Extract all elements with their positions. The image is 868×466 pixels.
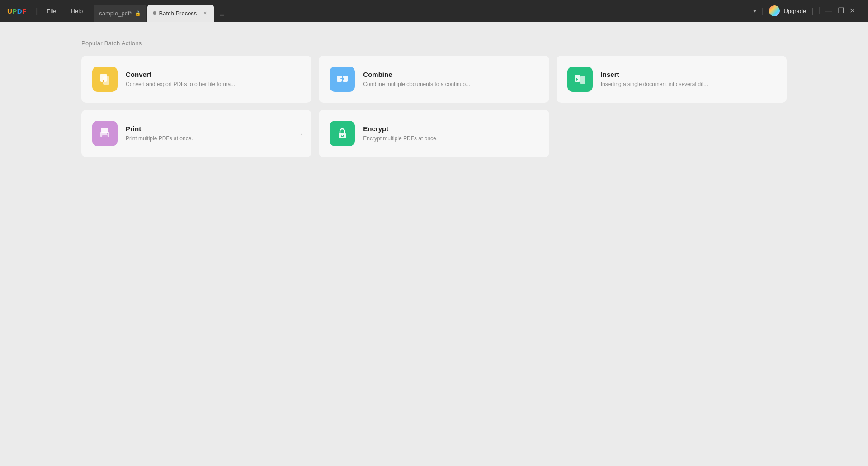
encrypt-title: Encrypt <box>363 125 438 133</box>
convert-title: Convert <box>126 71 235 78</box>
action-card-convert[interactable]: Convert Convert and export PDFs to other… <box>81 56 311 103</box>
print-text: Print Print multiple PDFs at once. <box>126 125 193 143</box>
user-avatar <box>769 5 780 16</box>
insert-desc: Inserting a single document into several… <box>601 81 708 88</box>
convert-desc: Convert and export PDFs to other file fo… <box>126 81 235 88</box>
encrypt-desc: Encrypt multiple PDFs at once. <box>363 135 438 143</box>
close-button[interactable]: ✕ <box>849 7 855 14</box>
section-title: Popular Batch Actions <box>81 40 787 47</box>
insert-icon-bg <box>567 67 593 92</box>
add-tab-icon: + <box>220 11 225 20</box>
titlebar-right: ▾ | Upgrade | — ❐ ✕ <box>746 5 868 16</box>
svg-rect-5 <box>580 76 585 84</box>
tabs-area: sample_pdf* 🔒 Batch Process ✕ + <box>94 0 745 22</box>
svg-point-12 <box>342 135 343 136</box>
nav-help[interactable]: Help <box>64 0 90 22</box>
action-card-combine[interactable]: Combine Combine multiple documents to a … <box>319 56 549 103</box>
print-arrow-icon: › <box>301 130 303 137</box>
tab-inactive-label: sample_pdf* <box>99 10 132 17</box>
app-logo: UPDF <box>0 7 34 15</box>
print-icon <box>98 126 112 141</box>
combine-text: Combine Combine multiple documents to a … <box>363 71 470 88</box>
convert-icon-bg <box>92 67 118 92</box>
insert-title: Insert <box>601 71 708 78</box>
encrypt-text: Encrypt Encrypt multiple PDFs at once. <box>363 125 438 143</box>
minimize-button[interactable]: — <box>825 7 832 14</box>
combine-title: Combine <box>363 71 470 78</box>
print-title: Print <box>126 125 193 133</box>
maximize-button[interactable]: ❐ <box>838 7 844 14</box>
tab-sample-pdf[interactable]: sample_pdf* 🔒 <box>94 5 146 22</box>
tab-active-indicator <box>153 11 156 15</box>
empty-placeholder <box>557 110 787 157</box>
action-card-print[interactable]: Print Print multiple PDFs at once. › <box>81 110 311 157</box>
encrypt-icon-bg <box>330 121 355 146</box>
main-content: Popular Batch Actions Convert Convert an… <box>0 22 868 466</box>
svg-point-9 <box>107 133 108 135</box>
combine-icon <box>335 72 349 86</box>
tab-close-button[interactable]: ✕ <box>201 10 208 17</box>
action-card-insert[interactable]: Insert Inserting a single document into … <box>557 56 787 103</box>
nav-file[interactable]: File <box>40 0 64 22</box>
upgrade-label: Upgrade <box>783 8 806 14</box>
window-controls: — ❐ ✕ <box>819 7 861 14</box>
combine-desc: Combine multiple documents to a continuo… <box>363 81 470 88</box>
action-card-encrypt[interactable]: Encrypt Encrypt multiple PDFs at once. <box>319 110 549 157</box>
upgrade-button[interactable]: Upgrade <box>769 5 806 16</box>
insert-text: Insert Inserting a single document into … <box>601 71 708 88</box>
add-tab-button[interactable]: + <box>216 9 228 22</box>
separator2: | <box>762 6 764 16</box>
combine-icon-bg <box>330 67 355 92</box>
convert-text: Convert Convert and export PDFs to other… <box>126 71 235 88</box>
nav-menu: File Help <box>40 0 90 22</box>
convert-icon <box>98 72 112 86</box>
print-desc: Print multiple PDFs at once. <box>126 135 193 143</box>
print-icon-bg <box>92 121 118 146</box>
lock-icon: 🔒 <box>135 10 141 16</box>
encrypt-icon <box>335 126 349 141</box>
separator3: | <box>811 6 814 16</box>
tab-active-label: Batch Process <box>159 10 197 17</box>
titlebar: UPDF | File Help sample_pdf* 🔒 Batch Pro… <box>0 0 868 22</box>
svg-rect-8 <box>102 135 108 139</box>
actions-row-2: Print Print multiple PDFs at once. › Enc… <box>81 110 787 157</box>
tabs-dropdown-icon[interactable]: ▾ <box>753 7 756 14</box>
tab-batch-process[interactable]: Batch Process ✕ <box>147 5 214 22</box>
separator: | <box>36 6 38 16</box>
insert-icon <box>573 72 587 86</box>
actions-row-1: Convert Convert and export PDFs to other… <box>81 56 787 103</box>
